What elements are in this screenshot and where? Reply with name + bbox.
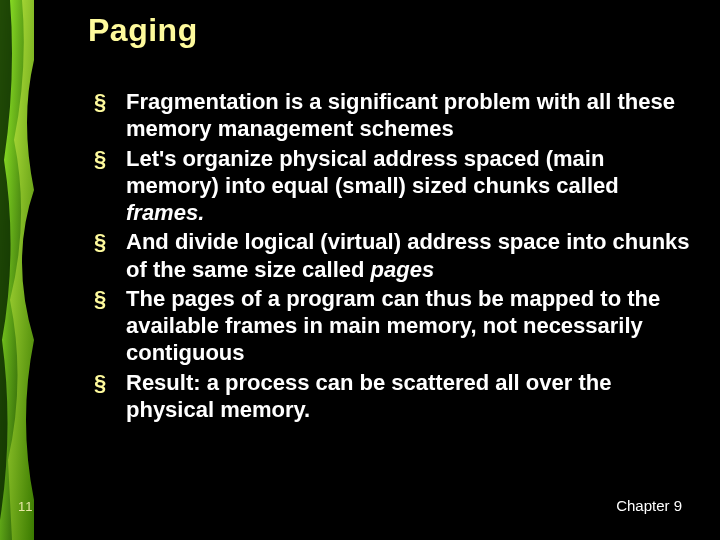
bullet-item: Let's organize physical address spaced (… (94, 145, 690, 227)
chapter-label: Chapter 9 (616, 497, 682, 514)
slide-title: Paging (88, 12, 198, 49)
bullet-em: pages (371, 257, 435, 282)
bullet-item: Fragmentation is a significant problem w… (94, 88, 690, 143)
bullet-item: And divide logical (virtual) address spa… (94, 228, 690, 283)
slide-body: Fragmentation is a significant problem w… (94, 88, 690, 425)
bullet-em: frames. (126, 200, 204, 225)
bullet-item: Result: a process can be scattered all o… (94, 369, 690, 424)
bullet-text: The pages of a program can thus be mappe… (126, 286, 660, 366)
bullet-text: Let's organize physical address spaced (… (126, 146, 619, 198)
slide: Paging Fragmentation is a significant pr… (0, 0, 720, 540)
page-number: 11 (18, 499, 32, 514)
bullet-text: Result: a process can be scattered all o… (126, 370, 611, 422)
bullet-item: The pages of a program can thus be mappe… (94, 285, 690, 367)
bullet-list: Fragmentation is a significant problem w… (94, 88, 690, 423)
accent-stripe (0, 0, 34, 540)
bullet-text: Fragmentation is a significant problem w… (126, 89, 675, 141)
